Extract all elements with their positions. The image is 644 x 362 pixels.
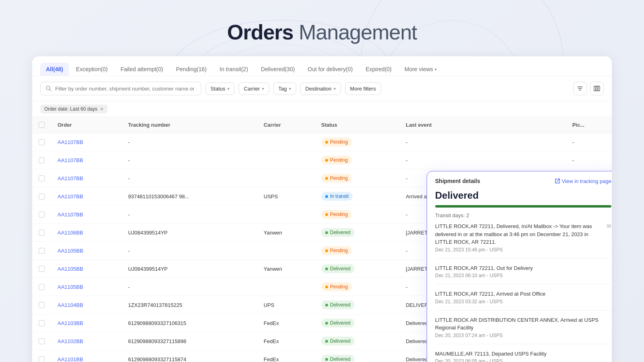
tracking-number: - [122,206,257,224]
tab-in-transit[interactable]: In transit(2) [214,63,254,76]
row-checkbox[interactable] [39,338,45,344]
order-link[interactable]: AA1107BB [58,175,83,181]
view-tracking-link[interactable]: View in tracking page [555,178,611,184]
row-checkbox[interactable] [39,175,45,181]
order-link[interactable]: AA1105BB [58,266,83,272]
order-link[interactable]: AA1107BB [58,212,83,218]
order-link[interactable]: AA1105BB [58,284,83,290]
order-link[interactable]: AA1105BB [58,248,83,254]
status-dot-icon [325,249,328,252]
row-checkbox[interactable] [39,230,45,236]
search-box[interactable] [40,82,201,95]
status-badge-cell: Pending [315,151,399,169]
order-link[interactable]: AA1107BB [58,157,83,163]
detail-panel-header: Shipment details View in tracking page [427,171,612,188]
select-all-checkbox[interactable] [39,122,45,128]
filter-bar: Status ▾ Carrier ▾ Tag ▾ Destination ▾ M… [32,76,612,101]
status-dot-icon [325,286,328,288]
event-item: LITTLE ROCK AR DISTRIBUTION CENTER ANNEX… [435,316,611,338]
pic-date: - [566,133,612,151]
tab-failed[interactable]: Failed attempt(0) [115,63,169,76]
status-dot-icon [325,159,328,162]
event-divider [435,284,611,284]
status-badge-cell: Pending [315,169,399,187]
event-meta: Dec 21, 2023 15:46 pm - USPS [435,247,611,253]
order-link[interactable]: AA1101BB [58,356,83,362]
destination-filter-button[interactable]: Destination ▾ [300,82,341,95]
tag-filter-row: Order date: Last 60 days ✕ [32,101,612,117]
order-link[interactable]: AA1102BB [58,338,83,344]
order-link[interactable]: AA1107BB [58,193,83,200]
event-item: MAUMELLE,AR 72113, Departed USPS Facilit… [435,350,611,362]
carrier: USPS [257,187,315,206]
events-list: LITTLE ROCK,AR 72211, Delivered, In/At M… [427,222,612,362]
carrier: FedEx [257,332,315,350]
last-event: - [399,133,566,151]
status-dot-icon [325,358,328,361]
tab-pending[interactable]: Pending(16) [170,63,212,76]
status-badge: Delivered [321,355,355,362]
row-checkbox[interactable] [39,284,45,290]
carrier-filter-button[interactable]: Carrier ▾ [239,82,269,95]
status-badge: Pending [321,174,352,183]
svg-rect-5 [594,86,596,91]
status-dot-icon [325,195,328,198]
more-filters-button[interactable]: More filters [345,82,381,95]
order-link[interactable]: AA1103BB [58,320,83,326]
external-link-icon [555,178,560,184]
sort-icon [577,85,583,92]
status-badge: Delivered [321,300,355,309]
row-checkbox[interactable] [39,302,45,308]
search-icon [45,85,52,92]
tracking-number: UJ084399514YP [122,260,257,278]
carrier: FedEx [257,350,315,362]
carrier [257,133,315,151]
tab-expired[interactable]: Expired(0) [360,63,397,76]
carrier [257,151,315,169]
status-dot-icon [325,267,328,270]
row-checkbox[interactable] [39,157,45,163]
progress-bar-background [435,205,611,208]
col-last-event: Last event [399,117,566,133]
tab-delivered[interactable]: Delivered(30) [255,63,300,76]
tab-exception[interactable]: Exception(0) [70,63,114,76]
tab-all[interactable]: All(48) [40,63,69,76]
date-tag-close-icon[interactable]: ✕ [100,107,103,112]
tracking-number: - [122,151,257,169]
row-checkbox[interactable] [39,139,45,145]
row-checkbox[interactable] [39,356,45,362]
tracking-number: - [122,242,257,260]
search-input[interactable] [55,86,196,92]
event-description: LITTLE ROCK,AR 72211, Delivered, In/At M… [435,222,603,246]
carrier: UPS [257,296,315,314]
status-badge-cell: Delivered [315,296,399,314]
status-filter-button[interactable]: Status ▾ [205,82,235,95]
sort-button[interactable] [573,82,587,95]
status-badge-cell: In transit [315,187,399,206]
order-link[interactable]: AA1107BB [58,139,83,145]
columns-button[interactable] [590,82,604,95]
status-chevron-icon: ▾ [227,86,229,91]
svg-rect-7 [598,86,600,91]
col-tracking: Tracking number [122,117,257,133]
tab-out-delivery[interactable]: Out for delivery(0) [302,63,358,76]
row-checkbox[interactable] [39,212,45,218]
tab-more-views[interactable]: More views ▾ [399,63,442,76]
tracking-number: 61290988093327106315 [122,314,257,332]
row-checkbox[interactable] [39,248,45,254]
col-status: Status [315,117,399,133]
status-dot-icon [325,304,328,306]
row-checkbox[interactable] [39,266,45,272]
order-link[interactable]: AA1106BB [58,230,83,236]
main-container: All(48) Exception(0) Failed attempt(0) P… [32,56,612,362]
status-badge: Pending [321,156,352,165]
row-checkbox[interactable] [39,320,45,326]
event-meta: Dec 20, 2023 07:24 am - USPS [435,333,611,338]
event-description: LITTLE ROCK AR DISTRIBUTION CENTER ANNEX… [435,316,611,332]
order-link[interactable]: AA1104BB [58,302,83,308]
tag-filter-button[interactable]: Tag ▾ [273,82,296,95]
row-checkbox[interactable] [39,193,45,200]
tracking-number: 61290988093327115898 [122,332,257,350]
shipment-details-title: Shipment details [435,178,480,184]
carrier [257,206,315,224]
